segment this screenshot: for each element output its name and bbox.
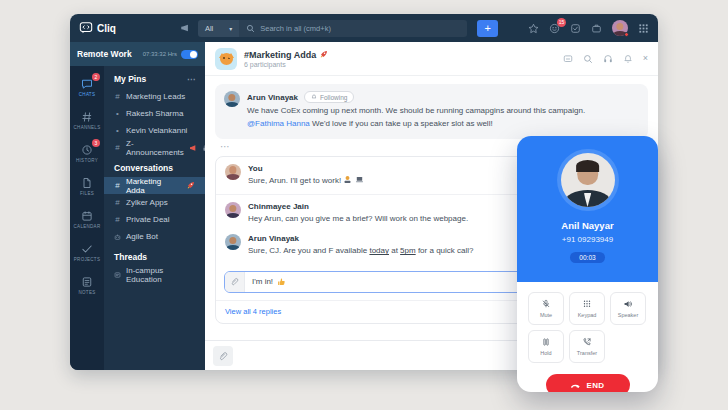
- message-icon[interactable]: [563, 54, 573, 64]
- search-scope-select[interactable]: All ▾: [198, 20, 239, 37]
- message-arun-1: Arun Vinayak Following We have CoEx comi…: [224, 91, 639, 131]
- nav-calendar[interactable]: CALENDAR: [70, 203, 104, 236]
- mute-button[interactable]: Mute: [528, 292, 564, 325]
- search-icon[interactable]: [583, 54, 593, 64]
- conversation-label: Zylker Apps: [126, 198, 168, 207]
- workspace-timer: 07:33:32 Hrs: [143, 51, 177, 57]
- technologist-emoji: [343, 175, 352, 184]
- search-placeholder: Search in all (cmd+k): [260, 24, 331, 33]
- pins-menu-icon[interactable]: ⋯: [187, 75, 195, 84]
- desktop: { "app": { "brand": "Cliq" }, "glyphs": …: [0, 0, 728, 410]
- rocket-icon: [319, 50, 328, 59]
- nav-notes-label: NOTES: [78, 290, 95, 295]
- conversations-title-text: Conversations: [114, 163, 173, 173]
- speaker-label: Speaker: [618, 312, 639, 318]
- nav-rail: CHATS 2 CHANNELS HISTORY 3 FILES: [70, 66, 104, 370]
- pin-item-rakesh-sharma[interactable]: • Rakesh Sharma: [104, 105, 205, 122]
- new-chat-button[interactable]: +: [477, 20, 498, 37]
- message-line1: We have CoEx coming up next month. We sh…: [247, 106, 585, 115]
- mic-off-icon: [541, 299, 551, 309]
- message-line2: We'd love if you can take up a speaker s…: [310, 119, 493, 128]
- nav-projects[interactable]: PROJECTS: [70, 236, 104, 269]
- speaker-icon: [623, 299, 633, 309]
- message-text: We have CoEx coming up next month. We sh…: [247, 105, 639, 131]
- rocket-icon: [186, 181, 195, 190]
- following-label: Following: [320, 94, 347, 101]
- following-pill[interactable]: Following: [304, 91, 354, 103]
- nav-files[interactable]: FILES: [70, 170, 104, 203]
- megaphone-icon: [189, 144, 197, 152]
- message-part: at: [389, 246, 400, 255]
- author-name-text: Arun Vinayak: [247, 93, 298, 102]
- notification-badge: 15: [557, 18, 566, 27]
- dot-icon: •: [114, 126, 121, 135]
- threads-title-text: Threads: [114, 252, 147, 262]
- thread-item-in-campus-education[interactable]: In-campus Education: [104, 266, 205, 283]
- history-badge: 3: [92, 139, 100, 147]
- channel-title-text: #Marketing Adda: [244, 50, 316, 60]
- message-part: Sure, CJ. Are you and F available: [248, 246, 369, 255]
- conversation-item-zylker-apps[interactable]: # Zylker Apps: [104, 194, 205, 211]
- attachment-icon[interactable]: [225, 272, 245, 292]
- pin-item-kevin-velankanni[interactable]: • Kevin Velankanni: [104, 122, 205, 139]
- conversation-item-marketing-adda[interactable]: # Marketing Adda: [104, 177, 205, 194]
- mention-link[interactable]: @Fathima Hanna: [247, 119, 310, 128]
- end-call-label: END: [586, 381, 604, 390]
- transfer-button[interactable]: Transfer: [569, 330, 605, 363]
- conversations-section-title: Conversations: [104, 163, 205, 173]
- 5pm-link[interactable]: 5pm: [400, 246, 416, 255]
- hash-icon: #: [114, 92, 121, 101]
- speaker-button[interactable]: Speaker: [610, 292, 646, 325]
- sidebar: My Pins ⋯ # Marketing Leads • Rakesh Sha…: [104, 66, 205, 370]
- nav-chats-label: CHATS: [79, 92, 95, 97]
- pin-item-z-announcements[interactable]: # Z-Announcements: [104, 139, 205, 156]
- pins-title-text: My Pins: [114, 74, 146, 84]
- pins-section-title: My Pins ⋯: [104, 74, 205, 84]
- pin-label: Rakesh Sharma: [126, 109, 183, 118]
- chats-badge: 2: [92, 73, 100, 81]
- channel-avatar: [215, 48, 237, 70]
- laptop-emoji: [355, 175, 364, 184]
- call-timer: 00:03: [570, 252, 604, 263]
- conversation-item-private-deal[interactable]: # Private Deal: [104, 211, 205, 228]
- bell-icon[interactable]: [623, 54, 633, 64]
- pin-item-marketing-leads[interactable]: # Marketing Leads: [104, 88, 205, 105]
- channel-info: #Marketing Adda 6 participants: [244, 50, 328, 68]
- apps-grid-icon[interactable]: [638, 23, 649, 34]
- callee-avatar-ring: [557, 149, 619, 211]
- reply-draft-text: I'm in!: [245, 277, 293, 286]
- announce-icon[interactable]: [180, 23, 190, 33]
- keypad-icon: [582, 299, 592, 309]
- tasks-icon[interactable]: [570, 23, 581, 34]
- conversation-item-agile-bot[interactable]: Agile Bot: [104, 228, 205, 245]
- avatar-arun[interactable]: [225, 234, 241, 250]
- briefcase-icon[interactable]: [591, 23, 602, 34]
- reactions-icon[interactable]: 15: [549, 23, 560, 34]
- avatar-chinmayee[interactable]: [225, 202, 241, 218]
- avatar-you[interactable]: [225, 164, 241, 180]
- hold-button[interactable]: Hold: [528, 330, 564, 363]
- nav-history-label: HISTORY: [76, 158, 98, 163]
- favorites-icon[interactable]: [528, 23, 539, 34]
- pin-label: Marketing Leads: [126, 92, 185, 101]
- nav-chats[interactable]: CHATS 2: [70, 71, 104, 104]
- bell-icon: [311, 94, 317, 100]
- attachment-icon[interactable]: [213, 346, 233, 366]
- availability-toggle[interactable]: [181, 50, 198, 59]
- user-avatar[interactable]: [612, 20, 628, 36]
- nav-history[interactable]: HISTORY 3: [70, 137, 104, 170]
- audio-call-icon[interactable]: [603, 54, 613, 64]
- cliq-logo[interactable]: Cliq: [79, 21, 116, 35]
- end-call-button[interactable]: END: [546, 374, 630, 392]
- author-name-text: You: [248, 164, 263, 173]
- nav-notes[interactable]: NOTES: [70, 269, 104, 302]
- thumbs-up-emoji: [277, 277, 286, 286]
- keypad-button[interactable]: Keypad: [569, 292, 605, 325]
- callee-number: +91 09293949: [562, 235, 613, 244]
- global-search[interactable]: Search in all (cmd+k): [239, 20, 467, 37]
- avatar-arun[interactable]: [224, 91, 240, 107]
- today-link[interactable]: today: [369, 246, 389, 255]
- topbar-actions: 15: [528, 20, 649, 36]
- nav-channels[interactable]: CHANNELS: [70, 104, 104, 137]
- close-icon[interactable]: ×: [643, 54, 648, 63]
